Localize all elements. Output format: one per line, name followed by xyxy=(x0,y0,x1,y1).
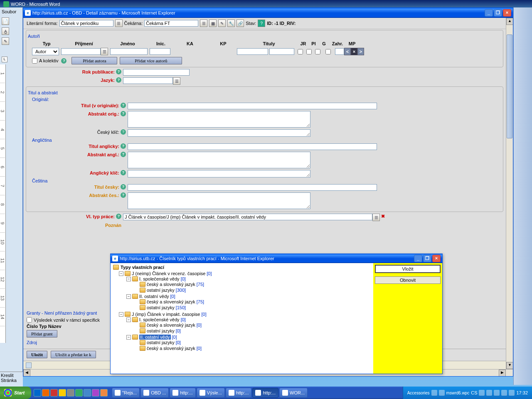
toolbar-icon[interactable]: ▦ xyxy=(209,20,217,27)
tray-lang[interactable]: CS xyxy=(471,390,477,395)
toolbar-icon[interactable]: 🔧 xyxy=(227,20,235,27)
tree-node[interactable]: ostatní jazyky [0] xyxy=(134,340,372,345)
angl-klic-input[interactable] xyxy=(128,170,310,177)
tree-toggle-icon[interactable]: − xyxy=(119,271,123,276)
picker-icon[interactable]: ☰ xyxy=(200,20,207,27)
help-icon[interactable]: ? xyxy=(116,214,121,219)
tree-node[interactable]: −J (neimp) Článek v recenz. časopise [0] xyxy=(119,271,372,276)
tree-label[interactable]: I. společenské vědy xyxy=(139,276,180,281)
tray-icon[interactable] xyxy=(486,390,492,396)
tree-node[interactable]: ostatní jazyky [0] xyxy=(134,328,372,333)
tree-node[interactable]: český a slovenský jazyk [75] xyxy=(134,282,372,287)
word-menu-file[interactable]: Soubor xyxy=(0,7,22,16)
taskbar-task[interactable]: Výsle... xyxy=(197,388,225,398)
tree-node[interactable]: −J (imp) Článek v impakt. časopise [0] xyxy=(119,312,372,317)
start-button[interactable]: Start xyxy=(0,387,31,399)
tree-toggle-icon[interactable]: − xyxy=(126,335,131,340)
close-button[interactable]: × xyxy=(503,9,511,17)
lit-forma-input[interactable] xyxy=(59,20,113,27)
jmeno-input[interactable] xyxy=(110,48,148,55)
tray-icon[interactable] xyxy=(494,390,500,396)
help-icon[interactable]: ? xyxy=(121,152,126,157)
tree-toggle-icon[interactable]: − xyxy=(126,318,131,322)
help-icon[interactable]: ? xyxy=(121,111,126,116)
close-button[interactable]: × xyxy=(432,255,441,262)
tree-label[interactable]: český a slovenský jazyk xyxy=(147,346,195,351)
tree-node[interactable]: −II. ostatní vědy [0] xyxy=(126,335,372,340)
tree-toggle-icon[interactable]: − xyxy=(119,312,123,317)
save-submit-button[interactable]: Uložit a předat ke k xyxy=(51,351,96,358)
next-author-button[interactable]: > xyxy=(357,48,364,55)
ql-icon[interactable] xyxy=(67,389,74,397)
titul-orig-input[interactable] xyxy=(128,103,377,109)
help-icon[interactable]: ? xyxy=(121,192,126,198)
tituly1-input[interactable] xyxy=(237,48,268,55)
cesky-klic-input[interactable] xyxy=(128,129,310,137)
ql-icon[interactable] xyxy=(75,389,83,397)
tree-node[interactable]: český a slovenský jazyk [0] xyxy=(134,346,372,351)
tray-icon[interactable] xyxy=(509,390,515,396)
tree-node[interactable]: český a slovenský jazyk [75] xyxy=(134,299,372,304)
abstrakt-ces-input[interactable] xyxy=(128,192,310,209)
inic-input[interactable] xyxy=(150,48,170,55)
ql-icon[interactable] xyxy=(42,389,49,397)
insert-button[interactable]: Vložit xyxy=(375,265,441,273)
help-icon[interactable]: ? xyxy=(121,143,126,149)
add-author-button[interactable]: Přidat autora xyxy=(71,57,117,64)
system-tray[interactable]: Accessories mswrd6.wpc CS 17:32 xyxy=(403,387,532,399)
taskbar-task[interactable]: WOR... xyxy=(279,388,308,398)
help-icon[interactable]: ? xyxy=(121,129,126,135)
toolbar-icon[interactable]: ✎ xyxy=(218,20,226,27)
minimize-button[interactable]: _ xyxy=(414,255,422,262)
tree-label[interactable]: český a slovenský jazyk xyxy=(147,323,195,328)
tree-label[interactable]: ostatní jazyky xyxy=(147,328,175,333)
tree-node[interactable]: −I. společenské vědy [0] xyxy=(126,276,372,281)
jazyk-input[interactable] xyxy=(123,77,173,84)
minimize-button[interactable]: _ xyxy=(485,9,493,17)
word-draw-label[interactable]: Kreslit xyxy=(1,373,22,378)
taskbar-task[interactable]: http:... xyxy=(226,388,252,398)
word-tb-icon[interactable]: A̲ xyxy=(2,27,9,35)
del-author-button[interactable]: × xyxy=(351,48,357,55)
titul-angl-input[interactable] xyxy=(128,143,377,150)
scroll-up-icon[interactable]: ▲ xyxy=(506,18,513,25)
refresh-button[interactable]: Obnovit xyxy=(375,276,441,284)
tray-icon[interactable] xyxy=(501,390,507,396)
jr-check[interactable] xyxy=(298,49,303,54)
picker-icon[interactable]: ☰ xyxy=(101,48,108,55)
tree-label[interactable]: J (imp) Článek v impakt. časopise xyxy=(132,312,200,317)
taskbar-task[interactable]: http:... xyxy=(170,388,196,398)
word-tb-icon[interactable]: 📄 xyxy=(2,17,9,25)
scroll-thumb[interactable] xyxy=(507,34,512,138)
tree-node[interactable]: −I. společenské vědy [0] xyxy=(126,317,372,322)
word-tab-icon[interactable]: L xyxy=(2,57,7,62)
zahr-check[interactable] xyxy=(325,49,331,54)
tray-icon[interactable] xyxy=(479,390,485,396)
popup-titlebar[interactable]: e http://sirius.utb.cz - Číselník typů v… xyxy=(111,254,442,263)
taskbar-task[interactable]: http:... xyxy=(252,388,278,398)
g-check[interactable] xyxy=(315,49,320,54)
typ-select[interactable]: Autor xyxy=(32,48,59,55)
tree-label[interactable]: český a slovenský jazyk xyxy=(147,282,195,287)
add-more-authors-button[interactable]: Přidat více autorů xyxy=(120,57,182,64)
tituly2-input[interactable] xyxy=(269,48,294,55)
help-icon[interactable]: ? xyxy=(121,103,126,108)
kolektiv-check[interactable] xyxy=(32,58,37,64)
tree-label[interactable]: II. ostatní vědy xyxy=(139,294,169,299)
add-grant-button[interactable]: Přidat grant xyxy=(27,330,57,337)
tree-label[interactable]: ostatní jazyky xyxy=(147,305,175,310)
tree-label[interactable]: český a slovenský jazyk xyxy=(147,299,195,304)
ql-icon[interactable] xyxy=(59,389,66,397)
tree-label[interactable]: ostatní jazyky xyxy=(147,340,175,345)
tree-label[interactable]: I. společenské vědy xyxy=(139,317,180,322)
tree-node[interactable]: ostatní jazyky [150] xyxy=(134,305,372,310)
help-icon[interactable]: ? xyxy=(121,184,126,190)
stav-icon[interactable]: ? xyxy=(258,20,265,27)
tree-toggle-icon[interactable]: − xyxy=(126,277,131,281)
ql-icon[interactable] xyxy=(34,389,41,397)
prijmeni-input[interactable] xyxy=(61,48,101,55)
word-tb-icon[interactable]: ✎ xyxy=(2,37,9,45)
scrollbar-vertical[interactable]: ▲ ▼ xyxy=(506,18,513,369)
tray-icon[interactable] xyxy=(439,390,445,396)
delete-icon[interactable]: ✖ xyxy=(381,214,385,219)
